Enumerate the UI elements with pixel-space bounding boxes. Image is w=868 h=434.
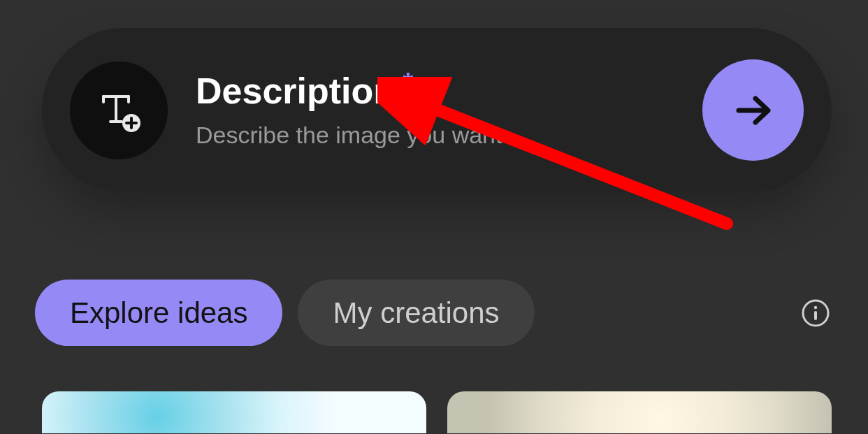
gallery-thumb[interactable] bbox=[447, 391, 832, 433]
gallery-thumb[interactable] bbox=[42, 391, 426, 433]
prompt-title-row: Description * bbox=[196, 71, 702, 111]
type-add-icon bbox=[94, 85, 144, 136]
arrow-right-icon bbox=[729, 86, 778, 135]
prompt-title: Description bbox=[196, 71, 396, 111]
type-add-badge[interactable] bbox=[70, 62, 168, 159]
prompt-placeholder[interactable]: Describe the image you want bbox=[196, 122, 702, 149]
svg-point-4 bbox=[814, 305, 817, 308]
submit-button[interactable] bbox=[702, 59, 804, 161]
tabs-row: Explore ideas My creations bbox=[35, 280, 832, 346]
tab-explore-ideas[interactable]: Explore ideas bbox=[35, 280, 282, 346]
tab-label: My creations bbox=[333, 296, 499, 330]
svg-rect-5 bbox=[814, 311, 817, 320]
tab-label: Explore ideas bbox=[70, 296, 247, 330]
tab-my-creations[interactable]: My creations bbox=[298, 280, 534, 346]
info-icon bbox=[801, 298, 830, 328]
gallery-row bbox=[42, 391, 832, 433]
required-asterisk: * bbox=[403, 67, 414, 99]
info-button[interactable] bbox=[800, 297, 832, 329]
prompt-card[interactable]: Description * Describe the image you wan… bbox=[42, 28, 832, 192]
prompt-text-block: Description * Describe the image you wan… bbox=[196, 71, 702, 148]
